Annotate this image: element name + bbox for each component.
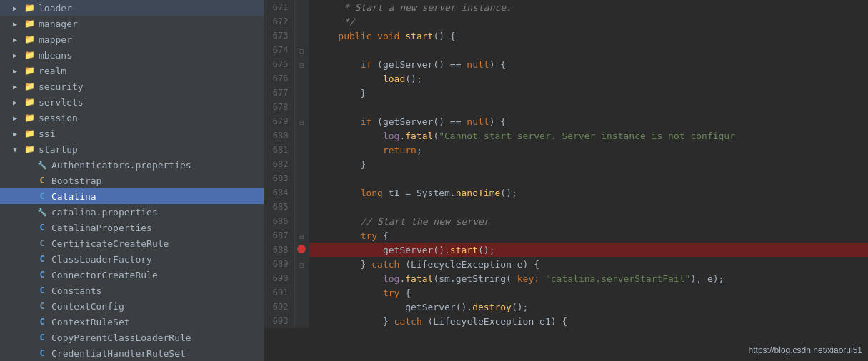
gutter-cell[interactable]: ⊟ <box>294 228 309 243</box>
tree-label: CertificateCreateRule <box>51 238 169 249</box>
class-icon: C <box>36 175 49 186</box>
gutter-cell[interactable] <box>294 300 309 314</box>
code-content <box>309 200 868 214</box>
gutter-cell[interactable] <box>294 0 309 14</box>
folder-icon <box>23 65 36 76</box>
fold-icon[interactable]: ⊟ <box>299 261 304 269</box>
gutter-cell[interactable]: ⊟ <box>294 114 309 128</box>
gutter-cell[interactable] <box>294 29 309 43</box>
gutter-cell[interactable] <box>294 285 309 300</box>
code-line-684: 684 long t1 = System.nanoTime(); <box>264 185 868 200</box>
tree-item-CopyParentClassLoaderRule[interactable]: CCopyParentClassLoaderRule <box>0 330 264 345</box>
tree-item-ContextRuleSet[interactable]: CContextRuleSet <box>0 314 264 330</box>
gutter-cell[interactable] <box>294 185 309 200</box>
tree-label: security <box>39 81 84 92</box>
gutter-cell[interactable] <box>294 100 309 114</box>
tree-label: loader <box>39 3 72 14</box>
gutter-cell[interactable]: ⊟ <box>294 57 309 71</box>
tree-item-ConnectorCreateRule[interactable]: CConnectorCreateRule <box>0 267 264 283</box>
line-number: 687 <box>264 228 294 243</box>
gutter-cell[interactable] <box>294 314 309 328</box>
tree-item-ContextConfig[interactable]: CContextConfig <box>0 298 264 314</box>
code-line-692: 692 getServer().destroy(); <box>264 300 868 314</box>
code-content <box>309 100 868 114</box>
tree-item-ssi[interactable]: ▶ssi <box>0 126 264 141</box>
fold-icon[interactable]: ⊟ <box>299 61 304 69</box>
gutter-cell[interactable] <box>294 271 309 285</box>
fold-icon[interactable]: ⊟ <box>299 233 304 240</box>
folder-arrow: ▶ <box>13 83 23 91</box>
gutter-cell[interactable] <box>294 86 309 100</box>
code-line-688: 688 getServer().start(); <box>264 243 868 257</box>
gutter-cell[interactable]: ⊟ <box>294 257 309 271</box>
gutter-cell[interactable] <box>294 14 309 29</box>
tree-item-catalina.properties[interactable]: 🔧catalina.properties <box>0 204 264 220</box>
gutter-cell[interactable] <box>294 143 309 157</box>
gutter-cell[interactable] <box>294 71 309 86</box>
code-line-673: 673 public void start() { <box>264 29 868 43</box>
tree-item-ClassLoaderFactory[interactable]: CClassLoaderFactory <box>0 251 264 267</box>
class-icon: C <box>36 347 49 359</box>
file-tree[interactable]: ▶loader▶manager▶mapper▶mbeans▶realm▶secu… <box>0 0 264 361</box>
tree-item-Bootstrap[interactable]: CBootstrap <box>0 173 264 188</box>
code-editor[interactable]: 671 * Start a new server instance.672 */… <box>264 0 868 361</box>
breakpoint-dot[interactable] <box>297 245 306 253</box>
tree-label: realm <box>39 66 66 76</box>
gutter-cell[interactable] <box>294 214 309 228</box>
props-icon: 🔧 <box>36 159 49 171</box>
line-number: 682 <box>264 157 294 171</box>
class-icon: C <box>36 300 49 312</box>
tree-item-manager[interactable]: ▶manager <box>0 16 264 31</box>
gutter-cell[interactable] <box>294 200 309 214</box>
code-line-693: 693 } catch (LifecycleException e1) { <box>264 314 868 328</box>
code-line-672: 672 */ <box>264 14 868 29</box>
tree-item-CertificateCreateRule[interactable]: CCertificateCreateRule <box>0 235 264 251</box>
tree-item-realm[interactable]: ▶realm <box>0 63 264 78</box>
code-content: if (getServer() == null) { <box>309 114 868 128</box>
folder-icon <box>23 49 36 61</box>
tree-label: CopyParentClassLoaderRule <box>51 332 191 343</box>
tree-item-mapper[interactable]: ▶mapper <box>0 31 264 47</box>
folder-arrow: ▶ <box>13 51 23 59</box>
tree-item-mbeans[interactable]: ▶mbeans <box>0 47 264 63</box>
code-content: } <box>309 157 868 171</box>
fold-icon[interactable]: ⊟ <box>299 47 304 55</box>
tree-label: startup <box>39 144 78 155</box>
gutter-cell[interactable] <box>294 128 309 143</box>
folder-icon <box>23 96 36 108</box>
tree-label: manager <box>39 19 78 29</box>
tree-label: mapper <box>39 34 72 45</box>
class-icon: C <box>36 190 49 202</box>
gutter-cell[interactable] <box>294 171 309 185</box>
code-content: getServer().destroy(); <box>309 300 868 314</box>
code-content: // Start the new server <box>309 214 868 228</box>
fold-icon[interactable]: ⊟ <box>299 118 304 126</box>
tree-label: CatalinaProperties <box>51 223 152 233</box>
tree-item-Constants[interactable]: CConstants <box>0 283 264 298</box>
tree-item-CatalinaProperties[interactable]: CCatalinaProperties <box>0 220 264 235</box>
code-line-679: 679⊟ if (getServer() == null) { <box>264 114 868 128</box>
gutter-cell[interactable] <box>294 243 309 257</box>
gutter-cell[interactable]: ⊟ <box>294 43 309 57</box>
class-icon: C <box>36 253 49 265</box>
line-number: 675 <box>264 57 294 71</box>
code-content: log.fatal("Cannot start server. Server i… <box>309 128 868 143</box>
line-number: 671 <box>264 0 294 14</box>
tree-item-startup[interactable]: ▼startup <box>0 141 264 157</box>
tree-label: servlets <box>39 97 84 108</box>
code-content <box>309 171 868 185</box>
tree-label: CredentialHandlerRuleSet <box>51 348 186 359</box>
gutter-cell[interactable] <box>294 157 309 171</box>
tree-item-session[interactable]: ▶session <box>0 110 264 126</box>
code-content: } <box>309 86 868 100</box>
tree-item-security[interactable]: ▶security <box>0 78 264 94</box>
tree-item-CredentialHandlerRuleSet[interactable]: CCredentialHandlerRuleSet <box>0 345 264 361</box>
tree-item-Authenticators.properties[interactable]: 🔧Authenticators.properties <box>0 157 264 173</box>
class-icon: C <box>36 269 49 280</box>
tree-item-Catalina[interactable]: CCatalina <box>0 188 264 204</box>
tree-item-loader[interactable]: ▶loader <box>0 0 264 16</box>
code-line-681: 681 return; <box>264 143 868 157</box>
code-table: 671 * Start a new server instance.672 */… <box>264 0 868 328</box>
code-line-674: 674⊟ <box>264 43 868 57</box>
tree-item-servlets[interactable]: ▶servlets <box>0 94 264 110</box>
